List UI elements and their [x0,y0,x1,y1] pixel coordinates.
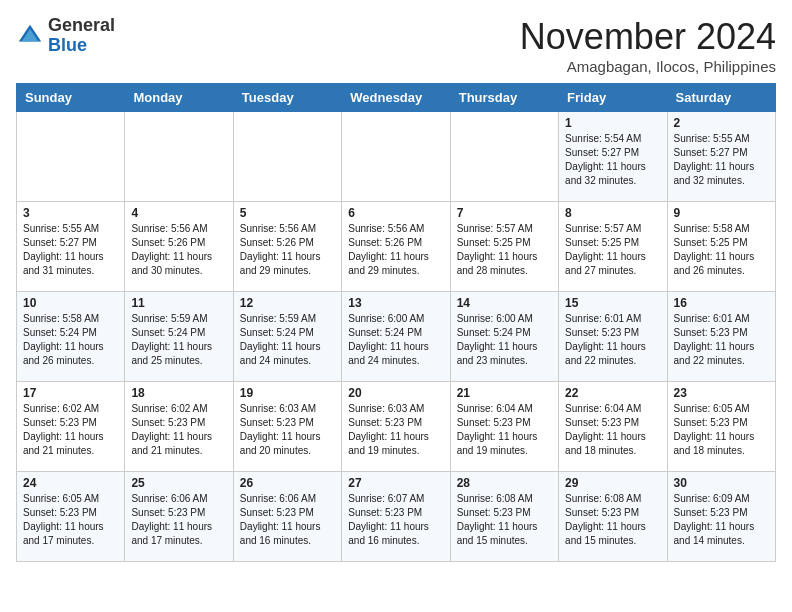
month-title: November 2024 [520,16,776,58]
day-number: 1 [565,116,660,130]
day-number: 16 [674,296,769,310]
day-info: Sunrise: 5:58 AM Sunset: 5:25 PM Dayligh… [674,222,769,278]
calendar-cell: 30Sunrise: 6:09 AM Sunset: 5:23 PM Dayli… [667,472,775,562]
day-info: Sunrise: 6:05 AM Sunset: 5:23 PM Dayligh… [23,492,118,548]
day-info: Sunrise: 5:58 AM Sunset: 5:24 PM Dayligh… [23,312,118,368]
day-number: 4 [131,206,226,220]
calendar-cell: 16Sunrise: 6:01 AM Sunset: 5:23 PM Dayli… [667,292,775,382]
header-tuesday: Tuesday [233,84,341,112]
day-number: 10 [23,296,118,310]
day-number: 12 [240,296,335,310]
header-monday: Monday [125,84,233,112]
calendar-week-row: 17Sunrise: 6:02 AM Sunset: 5:23 PM Dayli… [17,382,776,472]
logo: General Blue [16,16,115,56]
calendar-cell [125,112,233,202]
logo-text: General Blue [48,16,115,56]
calendar-cell: 13Sunrise: 6:00 AM Sunset: 5:24 PM Dayli… [342,292,450,382]
logo-general: General [48,15,115,35]
day-number: 8 [565,206,660,220]
calendar-cell: 6Sunrise: 5:56 AM Sunset: 5:26 PM Daylig… [342,202,450,292]
calendar-cell: 19Sunrise: 6:03 AM Sunset: 5:23 PM Dayli… [233,382,341,472]
day-info: Sunrise: 6:00 AM Sunset: 5:24 PM Dayligh… [348,312,443,368]
calendar-cell: 29Sunrise: 6:08 AM Sunset: 5:23 PM Dayli… [559,472,667,562]
day-number: 19 [240,386,335,400]
day-number: 5 [240,206,335,220]
calendar-cell [17,112,125,202]
day-number: 14 [457,296,552,310]
day-info: Sunrise: 6:08 AM Sunset: 5:23 PM Dayligh… [565,492,660,548]
day-info: Sunrise: 6:07 AM Sunset: 5:23 PM Dayligh… [348,492,443,548]
calendar-cell: 10Sunrise: 5:58 AM Sunset: 5:24 PM Dayli… [17,292,125,382]
calendar-table: SundayMondayTuesdayWednesdayThursdayFrid… [16,83,776,562]
day-info: Sunrise: 5:56 AM Sunset: 5:26 PM Dayligh… [348,222,443,278]
calendar-cell: 26Sunrise: 6:06 AM Sunset: 5:23 PM Dayli… [233,472,341,562]
day-info: Sunrise: 5:59 AM Sunset: 5:24 PM Dayligh… [131,312,226,368]
calendar-cell: 7Sunrise: 5:57 AM Sunset: 5:25 PM Daylig… [450,202,558,292]
day-number: 24 [23,476,118,490]
calendar-cell: 25Sunrise: 6:06 AM Sunset: 5:23 PM Dayli… [125,472,233,562]
day-info: Sunrise: 6:06 AM Sunset: 5:23 PM Dayligh… [131,492,226,548]
day-number: 17 [23,386,118,400]
calendar-cell: 18Sunrise: 6:02 AM Sunset: 5:23 PM Dayli… [125,382,233,472]
calendar-cell: 1Sunrise: 5:54 AM Sunset: 5:27 PM Daylig… [559,112,667,202]
header-thursday: Thursday [450,84,558,112]
calendar-cell: 23Sunrise: 6:05 AM Sunset: 5:23 PM Dayli… [667,382,775,472]
calendar-week-row: 1Sunrise: 5:54 AM Sunset: 5:27 PM Daylig… [17,112,776,202]
page-header: General Blue November 2024 Amagbagan, Il… [16,16,776,75]
calendar-cell: 28Sunrise: 6:08 AM Sunset: 5:23 PM Dayli… [450,472,558,562]
calendar-week-row: 3Sunrise: 5:55 AM Sunset: 5:27 PM Daylig… [17,202,776,292]
calendar-cell: 4Sunrise: 5:56 AM Sunset: 5:26 PM Daylig… [125,202,233,292]
calendar-cell: 5Sunrise: 5:56 AM Sunset: 5:26 PM Daylig… [233,202,341,292]
day-number: 30 [674,476,769,490]
day-info: Sunrise: 6:03 AM Sunset: 5:23 PM Dayligh… [240,402,335,458]
calendar-cell: 17Sunrise: 6:02 AM Sunset: 5:23 PM Dayli… [17,382,125,472]
day-number: 28 [457,476,552,490]
day-info: Sunrise: 5:55 AM Sunset: 5:27 PM Dayligh… [674,132,769,188]
day-number: 29 [565,476,660,490]
day-number: 6 [348,206,443,220]
day-number: 27 [348,476,443,490]
day-number: 21 [457,386,552,400]
day-number: 25 [131,476,226,490]
day-info: Sunrise: 6:04 AM Sunset: 5:23 PM Dayligh… [565,402,660,458]
calendar-cell: 21Sunrise: 6:04 AM Sunset: 5:23 PM Dayli… [450,382,558,472]
day-info: Sunrise: 5:55 AM Sunset: 5:27 PM Dayligh… [23,222,118,278]
day-number: 2 [674,116,769,130]
day-info: Sunrise: 6:02 AM Sunset: 5:23 PM Dayligh… [131,402,226,458]
day-info: Sunrise: 5:59 AM Sunset: 5:24 PM Dayligh… [240,312,335,368]
calendar-cell [342,112,450,202]
calendar-cell: 2Sunrise: 5:55 AM Sunset: 5:27 PM Daylig… [667,112,775,202]
calendar-cell [450,112,558,202]
logo-icon [16,22,44,50]
header-wednesday: Wednesday [342,84,450,112]
header-friday: Friday [559,84,667,112]
header-sunday: Sunday [17,84,125,112]
calendar-cell: 3Sunrise: 5:55 AM Sunset: 5:27 PM Daylig… [17,202,125,292]
day-info: Sunrise: 6:08 AM Sunset: 5:23 PM Dayligh… [457,492,552,548]
day-info: Sunrise: 5:57 AM Sunset: 5:25 PM Dayligh… [457,222,552,278]
calendar-cell: 20Sunrise: 6:03 AM Sunset: 5:23 PM Dayli… [342,382,450,472]
calendar-cell: 27Sunrise: 6:07 AM Sunset: 5:23 PM Dayli… [342,472,450,562]
day-info: Sunrise: 6:04 AM Sunset: 5:23 PM Dayligh… [457,402,552,458]
day-info: Sunrise: 5:56 AM Sunset: 5:26 PM Dayligh… [131,222,226,278]
logo-blue: Blue [48,35,87,55]
calendar-cell: 12Sunrise: 5:59 AM Sunset: 5:24 PM Dayli… [233,292,341,382]
day-number: 13 [348,296,443,310]
day-number: 18 [131,386,226,400]
day-number: 11 [131,296,226,310]
day-info: Sunrise: 6:01 AM Sunset: 5:23 PM Dayligh… [674,312,769,368]
day-info: Sunrise: 5:56 AM Sunset: 5:26 PM Dayligh… [240,222,335,278]
calendar-week-row: 10Sunrise: 5:58 AM Sunset: 5:24 PM Dayli… [17,292,776,382]
calendar-cell: 14Sunrise: 6:00 AM Sunset: 5:24 PM Dayli… [450,292,558,382]
day-info: Sunrise: 6:00 AM Sunset: 5:24 PM Dayligh… [457,312,552,368]
day-info: Sunrise: 6:09 AM Sunset: 5:23 PM Dayligh… [674,492,769,548]
header-saturday: Saturday [667,84,775,112]
day-info: Sunrise: 5:54 AM Sunset: 5:27 PM Dayligh… [565,132,660,188]
day-info: Sunrise: 6:02 AM Sunset: 5:23 PM Dayligh… [23,402,118,458]
day-info: Sunrise: 6:05 AM Sunset: 5:23 PM Dayligh… [674,402,769,458]
calendar-header-row: SundayMondayTuesdayWednesdayThursdayFrid… [17,84,776,112]
calendar-cell: 8Sunrise: 5:57 AM Sunset: 5:25 PM Daylig… [559,202,667,292]
day-number: 7 [457,206,552,220]
day-number: 20 [348,386,443,400]
location-subtitle: Amagbagan, Ilocos, Philippines [520,58,776,75]
